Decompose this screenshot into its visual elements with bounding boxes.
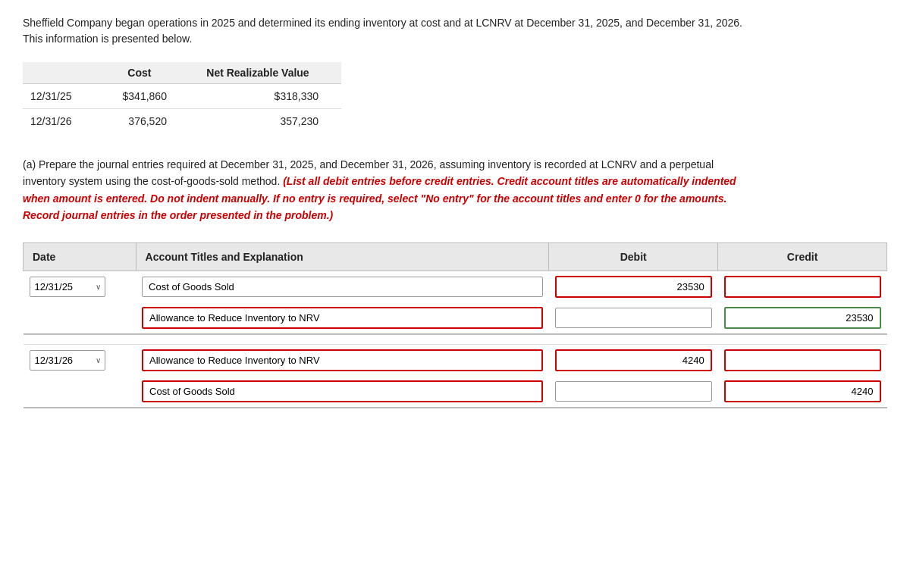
- intro-paragraph: Sheffield Company began operations in 20…: [23, 15, 743, 47]
- date-cell-1-1: [24, 376, 136, 408]
- credit-cell-1-0[interactable]: [718, 344, 887, 376]
- inventory-date-1: 12/31/26: [23, 109, 105, 134]
- date-select-0[interactable]: 12/31/2512/31/26No entry: [30, 277, 105, 297]
- account-cell-0-1[interactable]: [136, 302, 549, 334]
- debit-column-header: Debit: [549, 242, 718, 271]
- account-input-0-0[interactable]: [142, 277, 543, 297]
- date-cell-1-0[interactable]: 12/31/2512/31/26No entry: [24, 344, 136, 376]
- date-select-wrapper-1[interactable]: 12/31/2512/31/26No entry: [30, 350, 105, 371]
- account-cell-1-1[interactable]: [136, 376, 549, 408]
- credit-input-0-1[interactable]: [724, 307, 881, 329]
- account-input-0-1[interactable]: [142, 307, 543, 329]
- journal-table: Date Account Titles and Explanation Debi…: [23, 242, 887, 408]
- inventory-nrv-0: $318,330: [190, 84, 341, 109]
- credit-cell-0-0[interactable]: [718, 271, 887, 302]
- inventory-date-0: 12/31/25: [23, 84, 105, 109]
- inventory-cost-0: $341,860: [105, 84, 190, 109]
- inventory-row: 12/31/25 $341,860 $318,330: [23, 84, 341, 109]
- journal-row-0-0: 12/31/2512/31/26No entry: [24, 271, 887, 302]
- inventory-cost-1: 376,520: [105, 109, 190, 134]
- debit-cell-0-1[interactable]: [549, 302, 718, 334]
- credit-cell-0-1[interactable]: [718, 302, 887, 334]
- instructions-block: (a) Prepare the journal entries required…: [23, 156, 743, 224]
- journal-row-1-1: [24, 376, 887, 408]
- account-cell-1-0[interactable]: [136, 344, 549, 376]
- credit-input-0-0[interactable]: [724, 276, 881, 298]
- debit-cell-1-0[interactable]: [549, 344, 718, 376]
- credit-cell-1-1[interactable]: [718, 376, 887, 408]
- nrv-header: Net Realizable Value: [190, 62, 341, 84]
- date-column-header: Date: [24, 242, 136, 271]
- col1-header: [23, 62, 105, 84]
- date-select-1[interactable]: 12/31/2512/31/26No entry: [30, 350, 105, 371]
- separator-row-0: [24, 334, 887, 345]
- inventory-nrv-1: 357,230: [190, 109, 341, 134]
- account-input-1-0[interactable]: [142, 349, 543, 371]
- inventory-row: 12/31/26 376,520 357,230: [23, 109, 341, 134]
- journal-row-0-1: [24, 302, 887, 334]
- date-cell-0-1: [24, 302, 136, 334]
- debit-input-1-1[interactable]: [555, 381, 712, 402]
- credit-column-header: Credit: [718, 242, 887, 271]
- debit-input-0-1[interactable]: [555, 308, 712, 328]
- debit-input-1-0[interactable]: [555, 349, 712, 371]
- account-input-1-1[interactable]: [142, 380, 543, 402]
- credit-input-1-0[interactable]: [724, 349, 881, 371]
- inventory-table: Cost Net Realizable Value 12/31/25 $341,…: [23, 62, 341, 133]
- cost-header: Cost: [105, 62, 190, 84]
- account-cell-0-0[interactable]: [136, 271, 549, 302]
- account-column-header: Account Titles and Explanation: [136, 242, 549, 271]
- date-cell-0-0[interactable]: 12/31/2512/31/26No entry: [24, 271, 136, 302]
- credit-input-1-1[interactable]: [724, 380, 881, 402]
- date-select-wrapper-0[interactable]: 12/31/2512/31/26No entry: [30, 277, 105, 297]
- debit-input-0-0[interactable]: [555, 276, 712, 298]
- debit-cell-0-0[interactable]: [549, 271, 718, 302]
- journal-row-1-0: 12/31/2512/31/26No entry: [24, 344, 887, 376]
- debit-cell-1-1[interactable]: [549, 376, 718, 408]
